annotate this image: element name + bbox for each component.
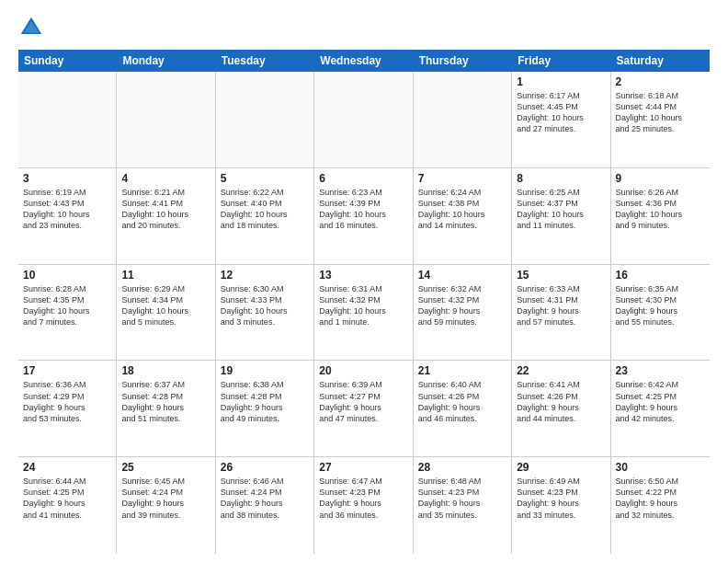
cal-cell-27: 27Sunrise: 6:47 AMSunset: 4:23 PMDayligh… — [314, 457, 413, 554]
day-number: 14 — [418, 269, 506, 282]
day-number: 28 — [418, 461, 506, 474]
day-number: 16 — [616, 269, 705, 282]
day-info: Sunrise: 6:44 AMSunset: 4:25 PMDaylight:… — [23, 476, 111, 521]
day-info: Sunrise: 6:45 AMSunset: 4:24 PMDaylight:… — [121, 476, 210, 521]
day-info: Sunrise: 6:32 AMSunset: 4:32 PMDaylight:… — [418, 283, 506, 328]
day-info: Sunrise: 6:37 AMSunset: 4:28 PMDaylight:… — [121, 379, 210, 424]
day-info: Sunrise: 6:40 AMSunset: 4:26 PMDaylight:… — [418, 379, 506, 424]
day-number: 13 — [319, 269, 407, 282]
cal-cell-15: 15Sunrise: 6:33 AMSunset: 4:31 PMDayligh… — [512, 265, 610, 361]
logo-icon — [18, 15, 44, 40]
cal-cell-3: 3Sunrise: 6:19 AMSunset: 4:43 PMDaylight… — [18, 168, 117, 264]
cal-cell-13: 13Sunrise: 6:31 AMSunset: 4:32 PMDayligh… — [314, 265, 413, 361]
cal-cell-24: 24Sunrise: 6:44 AMSunset: 4:25 PMDayligh… — [18, 457, 117, 554]
week-row-1: 1Sunrise: 6:17 AMSunset: 4:45 PMDaylight… — [18, 72, 710, 168]
day-info: Sunrise: 6:47 AMSunset: 4:23 PMDaylight:… — [319, 476, 407, 521]
header-day-tuesday: Tuesday — [216, 50, 314, 72]
logo — [18, 15, 48, 40]
day-number: 26 — [221, 461, 309, 474]
day-number: 3 — [23, 172, 111, 185]
header-day-wednesday: Wednesday — [314, 50, 413, 72]
day-info: Sunrise: 6:18 AMSunset: 4:44 PMDaylight:… — [616, 90, 705, 135]
cal-cell-2: 2Sunrise: 6:18 AMSunset: 4:44 PMDaylight… — [611, 72, 710, 167]
cal-cell-12: 12Sunrise: 6:30 AMSunset: 4:33 PMDayligh… — [216, 265, 314, 361]
cal-cell-4: 4Sunrise: 6:21 AMSunset: 4:41 PMDaylight… — [117, 168, 215, 264]
cal-cell-10: 10Sunrise: 6:28 AMSunset: 4:35 PMDayligh… — [18, 265, 117, 361]
day-number: 2 — [616, 75, 705, 88]
header-day-friday: Friday — [512, 50, 610, 72]
day-info: Sunrise: 6:41 AMSunset: 4:26 PMDaylight:… — [517, 379, 605, 424]
week-row-4: 17Sunrise: 6:36 AMSunset: 4:29 PMDayligh… — [18, 361, 710, 457]
cal-cell-29: 29Sunrise: 6:49 AMSunset: 4:23 PMDayligh… — [512, 457, 610, 554]
calendar-body: 1Sunrise: 6:17 AMSunset: 4:45 PMDaylight… — [18, 72, 710, 554]
day-info: Sunrise: 6:30 AMSunset: 4:33 PMDaylight:… — [221, 283, 309, 328]
week-row-5: 24Sunrise: 6:44 AMSunset: 4:25 PMDayligh… — [18, 457, 710, 554]
cal-cell-26: 26Sunrise: 6:46 AMSunset: 4:24 PMDayligh… — [216, 457, 314, 554]
cal-cell-25: 25Sunrise: 6:45 AMSunset: 4:24 PMDayligh… — [117, 457, 215, 554]
day-number: 25 — [121, 461, 210, 474]
day-info: Sunrise: 6:48 AMSunset: 4:23 PMDaylight:… — [418, 476, 506, 521]
cal-cell-empty-0-2 — [216, 72, 314, 167]
day-number: 6 — [319, 172, 407, 185]
day-number: 15 — [517, 269, 605, 282]
day-number: 19 — [221, 364, 309, 377]
day-number: 22 — [517, 364, 605, 377]
day-number: 12 — [221, 269, 309, 282]
cal-cell-19: 19Sunrise: 6:38 AMSunset: 4:28 PMDayligh… — [216, 361, 314, 456]
calendar: SundayMondayTuesdayWednesdayThursdayFrid… — [18, 50, 710, 554]
week-row-2: 3Sunrise: 6:19 AMSunset: 4:43 PMDaylight… — [18, 168, 710, 265]
cal-cell-7: 7Sunrise: 6:24 AMSunset: 4:38 PMDaylight… — [414, 168, 512, 264]
cal-cell-8: 8Sunrise: 6:25 AMSunset: 4:37 PMDaylight… — [512, 168, 610, 264]
day-number: 21 — [418, 364, 506, 377]
day-info: Sunrise: 6:21 AMSunset: 4:41 PMDaylight:… — [121, 187, 210, 232]
cal-cell-6: 6Sunrise: 6:23 AMSunset: 4:39 PMDaylight… — [314, 168, 413, 264]
page: SundayMondayTuesdayWednesdayThursdayFrid… — [0, 0, 728, 563]
cal-cell-22: 22Sunrise: 6:41 AMSunset: 4:26 PMDayligh… — [512, 361, 610, 456]
day-info: Sunrise: 6:35 AMSunset: 4:30 PMDaylight:… — [616, 283, 705, 328]
day-info: Sunrise: 6:31 AMSunset: 4:32 PMDaylight:… — [319, 283, 407, 328]
day-info: Sunrise: 6:49 AMSunset: 4:23 PMDaylight:… — [517, 476, 605, 521]
cal-cell-28: 28Sunrise: 6:48 AMSunset: 4:23 PMDayligh… — [414, 457, 512, 554]
day-info: Sunrise: 6:22 AMSunset: 4:40 PMDaylight:… — [221, 187, 309, 232]
day-number: 11 — [121, 269, 210, 282]
day-number: 20 — [319, 364, 407, 377]
cal-cell-14: 14Sunrise: 6:32 AMSunset: 4:32 PMDayligh… — [414, 265, 512, 361]
day-info: Sunrise: 6:29 AMSunset: 4:34 PMDaylight:… — [121, 283, 210, 328]
day-info: Sunrise: 6:17 AMSunset: 4:45 PMDaylight:… — [517, 90, 605, 135]
header-day-saturday: Saturday — [611, 50, 710, 72]
day-info: Sunrise: 6:46 AMSunset: 4:24 PMDaylight:… — [221, 476, 309, 521]
day-number: 5 — [221, 172, 309, 185]
cal-cell-21: 21Sunrise: 6:40 AMSunset: 4:26 PMDayligh… — [414, 361, 512, 456]
day-info: Sunrise: 6:19 AMSunset: 4:43 PMDaylight:… — [23, 187, 111, 232]
day-number: 1 — [517, 75, 605, 88]
day-number: 30 — [616, 461, 705, 474]
day-info: Sunrise: 6:36 AMSunset: 4:29 PMDaylight:… — [23, 379, 111, 424]
day-number: 7 — [418, 172, 506, 185]
cal-cell-5: 5Sunrise: 6:22 AMSunset: 4:40 PMDaylight… — [216, 168, 314, 264]
day-number: 27 — [319, 461, 407, 474]
day-number: 29 — [517, 461, 605, 474]
day-number: 24 — [23, 461, 111, 474]
day-info: Sunrise: 6:23 AMSunset: 4:39 PMDaylight:… — [319, 187, 407, 232]
cal-cell-9: 9Sunrise: 6:26 AMSunset: 4:36 PMDaylight… — [611, 168, 710, 264]
day-info: Sunrise: 6:33 AMSunset: 4:31 PMDaylight:… — [517, 283, 605, 328]
day-number: 4 — [121, 172, 210, 185]
cal-cell-16: 16Sunrise: 6:35 AMSunset: 4:30 PMDayligh… — [611, 265, 710, 361]
day-info: Sunrise: 6:26 AMSunset: 4:36 PMDaylight:… — [616, 187, 705, 232]
day-number: 9 — [616, 172, 705, 185]
cal-cell-17: 17Sunrise: 6:36 AMSunset: 4:29 PMDayligh… — [18, 361, 117, 456]
day-info: Sunrise: 6:25 AMSunset: 4:37 PMDaylight:… — [517, 187, 605, 232]
cal-cell-empty-0-4 — [414, 72, 512, 167]
cal-cell-11: 11Sunrise: 6:29 AMSunset: 4:34 PMDayligh… — [117, 265, 215, 361]
day-number: 8 — [517, 172, 605, 185]
cal-cell-empty-0-3 — [314, 72, 413, 167]
cal-cell-20: 20Sunrise: 6:39 AMSunset: 4:27 PMDayligh… — [314, 361, 413, 456]
cal-cell-18: 18Sunrise: 6:37 AMSunset: 4:28 PMDayligh… — [117, 361, 215, 456]
day-number: 17 — [23, 364, 111, 377]
header-day-sunday: Sunday — [18, 50, 117, 72]
cal-cell-empty-0-1 — [117, 72, 215, 167]
day-info: Sunrise: 6:24 AMSunset: 4:38 PMDaylight:… — [418, 187, 506, 232]
day-info: Sunrise: 6:50 AMSunset: 4:22 PMDaylight:… — [616, 476, 705, 521]
day-info: Sunrise: 6:39 AMSunset: 4:27 PMDaylight:… — [319, 379, 407, 424]
week-row-3: 10Sunrise: 6:28 AMSunset: 4:35 PMDayligh… — [18, 265, 710, 362]
